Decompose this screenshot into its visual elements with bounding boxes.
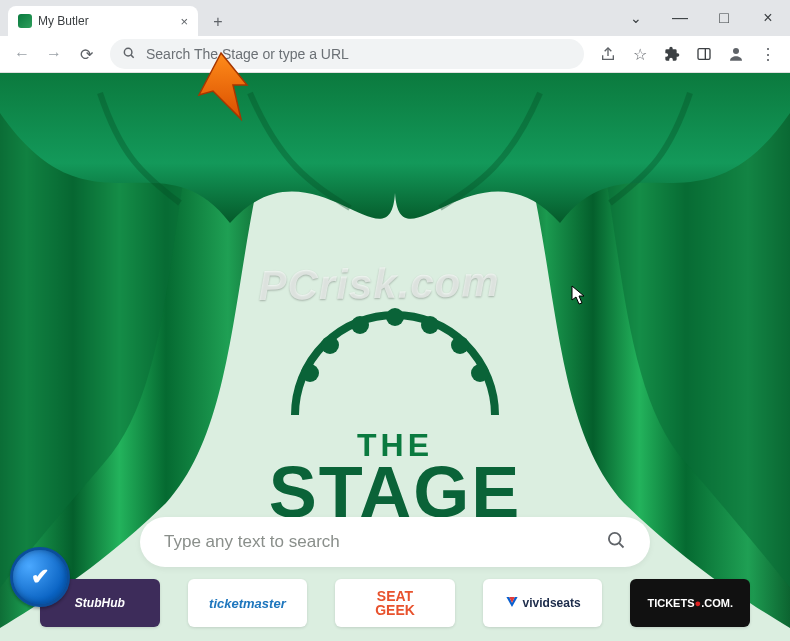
- svg-line-1: [131, 54, 134, 57]
- page-content: THE STAGE NEVER MISS A SHOW StubHub tick…: [0, 73, 790, 641]
- vivid-v-icon: [505, 595, 519, 612]
- share-icon[interactable]: [594, 40, 622, 68]
- svg-point-11: [471, 364, 489, 382]
- close-window-button[interactable]: ×: [746, 3, 790, 33]
- dome-icon: [275, 295, 515, 415]
- link-seatgeek-label: SEATGEEK: [375, 589, 415, 617]
- quick-links-row: StubHub ticketmaster SEATGEEK vividseats…: [0, 579, 790, 627]
- omnibox-input[interactable]: [146, 46, 572, 62]
- extensions-icon[interactable]: [658, 40, 686, 68]
- new-tab-button[interactable]: +: [204, 8, 232, 36]
- link-vividseats-label: vividseats: [523, 596, 581, 610]
- reload-button[interactable]: ⟳: [72, 40, 100, 68]
- tab-active[interactable]: My Butler ×: [8, 6, 198, 36]
- svg-point-8: [321, 336, 339, 354]
- window-controls: ⌄ — □ ×: [614, 0, 790, 36]
- svg-point-7: [421, 316, 439, 334]
- sidepanel-icon[interactable]: [690, 40, 718, 68]
- link-tickets-label: TICKETS●.COM.: [647, 597, 733, 609]
- browser-chrome: My Butler × + ⌄ — □ × ← → ⟳ ☆: [0, 0, 790, 73]
- link-stubhub-label: StubHub: [75, 596, 125, 610]
- maximize-button[interactable]: □: [702, 3, 746, 33]
- svg-point-9: [451, 336, 469, 354]
- favicon-icon: [18, 14, 32, 28]
- svg-point-4: [733, 48, 739, 54]
- link-ticketmaster-label: ticketmaster: [209, 596, 286, 611]
- curtain-top: [0, 73, 790, 263]
- search-submit-icon[interactable]: [606, 530, 626, 555]
- search-box[interactable]: [140, 517, 650, 567]
- svg-point-0: [124, 48, 132, 56]
- svg-point-6: [351, 316, 369, 334]
- svg-point-5: [386, 308, 404, 326]
- link-stubhub[interactable]: StubHub: [40, 579, 160, 627]
- bookmark-icon[interactable]: ☆: [626, 40, 654, 68]
- link-seatgeek[interactable]: SEATGEEK: [335, 579, 455, 627]
- close-tab-icon[interactable]: ×: [180, 14, 188, 29]
- minimize-button[interactable]: —: [658, 3, 702, 33]
- search-icon: [122, 46, 136, 63]
- link-tickets[interactable]: TICKETS●.COM.: [630, 579, 750, 627]
- menu-icon[interactable]: ⋮: [754, 40, 782, 68]
- toolbar-right: ☆ ⋮: [594, 40, 782, 68]
- link-vividseats[interactable]: vividseats: [483, 579, 603, 627]
- svg-point-10: [301, 364, 319, 382]
- tab-title: My Butler: [38, 14, 89, 28]
- svg-line-13: [619, 542, 624, 547]
- svg-point-12: [609, 532, 621, 544]
- search-input[interactable]: [164, 532, 606, 552]
- link-ticketmaster[interactable]: ticketmaster: [188, 579, 308, 627]
- nav-bar: ← → ⟳ ☆ ⋮: [0, 36, 790, 73]
- back-button[interactable]: ←: [8, 40, 36, 68]
- svg-rect-2: [698, 49, 710, 60]
- omnibox[interactable]: [110, 39, 584, 69]
- profile-icon[interactable]: [722, 40, 750, 68]
- chevron-down-icon[interactable]: ⌄: [614, 3, 658, 33]
- forward-button[interactable]: →: [40, 40, 68, 68]
